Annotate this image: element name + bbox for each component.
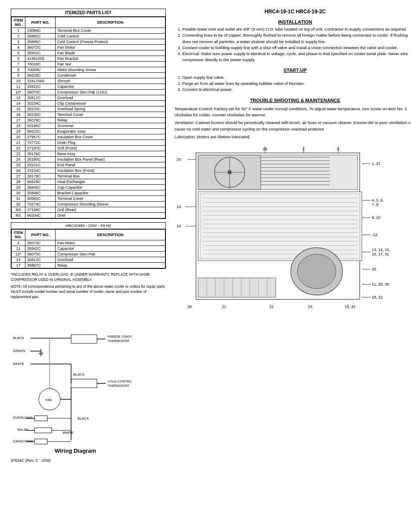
table-row: 1330812COverload	[12, 95, 165, 101]
table-row: NS27198CGrill (Rear)	[12, 207, 165, 213]
wire-white2: WHITE	[62, 431, 74, 435]
label-22-bot: 22	[269, 305, 274, 309]
table-row: 436072CFan Motor	[12, 45, 165, 50]
table-row: 3130560CTerminal Cover	[12, 196, 165, 202]
relay-label: RELAY	[17, 428, 28, 432]
thermostat1-label: THERMOSTAT	[108, 339, 130, 343]
wiring-title: Wiring Diagram	[11, 448, 140, 454]
small-col-header-part: PART NO.	[25, 230, 56, 240]
table-row: NS66204CDrier	[12, 213, 165, 218]
col-header-item: ITEMNO.	[12, 17, 25, 28]
installation-title: INSTALLATION	[174, 19, 411, 25]
small-col-header-desc: DESCRIPTION	[56, 230, 165, 240]
label-20: 20	[177, 157, 181, 162]
wiring-diagram-svg: BLACK GREEN WHITE FREEZE	[11, 324, 131, 445]
label-9-10: 9, 10	[372, 215, 380, 220]
col-header-part: PART NO.	[25, 17, 56, 28]
table-row: 641991000Fan Bracket	[12, 56, 165, 62]
label-23-bot: 23	[308, 305, 312, 309]
bottom-section: BLACK GREEN WHITE FREEZE	[11, 324, 400, 454]
startup-list: Open supply line valve. Purge air from a…	[174, 75, 411, 93]
table-row: 12*36075CCompressor Serv Pak	[12, 252, 165, 257]
label-11-30: 11, 29, 30	[372, 282, 389, 286]
thermostat2-label: THERMOSTAT	[108, 384, 130, 388]
small-col-header-item: ITEMNO.	[12, 230, 25, 240]
label-3: 3	[337, 147, 339, 151]
parts-table-title: ITEMIZED PARTS LIST	[11, 9, 165, 17]
table-row: 1135921CCapacitor	[12, 84, 165, 90]
wiring-diagram: BLACK GREEN WHITE FREEZE	[11, 324, 140, 454]
table-row: 2523101CEnd Panel	[12, 162, 165, 168]
svg-text:7, 8: 7, 8	[372, 202, 378, 207]
startup-item-1: Open supply line valve.	[182, 75, 411, 81]
lubrication-text: Lubrication: Motors are lifetime lubrica…	[174, 134, 411, 140]
label-25: 25	[372, 267, 376, 271]
temp-control-text: Temperature Control: Factory set for 50°…	[174, 106, 411, 118]
trouble-title: TROUBLE SHOOTING & MAINTENANCE	[174, 97, 411, 104]
svg-rect-66	[71, 335, 97, 343]
svg-rect-16	[198, 192, 362, 261]
label-2: 2	[302, 147, 305, 151]
notes-section: *INCLUDES RELAY & OVERLOAD. IF UNDER WAR…	[11, 272, 166, 299]
small-table-title: HRC41950 - 220V - 50 HZ	[11, 223, 165, 229]
label-18-32-bot: 18, 32	[345, 305, 355, 309]
svg-rect-34	[198, 278, 276, 297]
label-19: 19	[177, 224, 181, 228]
table-row: 12*36074CCompressor Serv Pak (115v)	[12, 90, 165, 95]
col-header-desc: DESCRIPTION	[56, 17, 165, 28]
table-row: 1735867CRelay	[12, 263, 165, 268]
svg-rect-80	[34, 439, 47, 444]
label-1-27: 1, 27	[372, 162, 380, 166]
table-row: 2027957CInsulation Box Cover	[12, 134, 165, 140]
exploded-diagram: 20 28 2 3 1, 27 4, 5, 6, 7, 8	[174, 144, 411, 317]
table-row: 1530233COverload Spring	[12, 106, 165, 112]
table-row: 1966625CEvaporator Assy	[12, 129, 165, 134]
table-row: 770018CFan Nut	[12, 62, 165, 67]
table-row: 2935845CCap-Capacitor	[12, 185, 165, 190]
table-row: 966628CCondenser	[12, 73, 165, 78]
top-section: ITEMIZED PARTS LIST ITEMNO. PART NO. DES…	[11, 9, 400, 317]
footer-text: 97634C (Rev. C - 2/04)	[11, 458, 50, 463]
table-row: 2328176CBase Assy	[12, 151, 165, 157]
table-row: 1032817000Shroud	[12, 78, 165, 84]
label-21-bot: 21	[222, 305, 226, 309]
install-item-3: Connect cooler to building supply line w…	[182, 45, 411, 51]
table-row: 1736079CRelay	[12, 118, 165, 123]
table-row: 1430234CClip Compressor	[12, 101, 165, 106]
left-column: ITEMIZED PARTS LIST ITEMNO. PART NO. DES…	[11, 9, 166, 317]
svg-rect-78	[34, 428, 52, 433]
table-row: 335895CCold Control (Freeze Protect)	[12, 39, 165, 45]
label-12: -12	[372, 233, 377, 237]
startup-title: START-UP	[174, 68, 411, 73]
footer: 97634C (Rev. C - 2/04)	[11, 458, 400, 463]
table-row: 1135942CCapacitor	[12, 246, 165, 252]
svg-rect-68	[71, 379, 97, 388]
installation-section: INSTALLATION Potable water inlet and out…	[174, 19, 411, 63]
table-row: 2866629CHeat Exchanger	[12, 179, 165, 185]
table-row: 1630235CTerminal Cover	[12, 112, 165, 118]
exploded-diagram-svg: 20 28 2 3 1, 27 4, 5, 6, 7, 8	[174, 144, 411, 317]
general-note: NOTE: All correspondence pertaining to a…	[11, 284, 166, 300]
parts-table-container: ITEMIZED PARTS LIST ITEMNO. PART NO. DES…	[11, 9, 166, 219]
table-row: 436073CFan Motor	[12, 240, 165, 246]
table-row: 2227197CGrill (Front)	[12, 146, 165, 151]
svg-rect-76	[34, 416, 47, 421]
label-28: 28	[263, 147, 267, 151]
install-item-1: Potable water inlet and outlet are 3/8" …	[182, 26, 411, 32]
startup-section: START-UP Open supply line valve. Purge a…	[174, 68, 411, 93]
model-title: HRC4-19-1C HRC4-19-2C	[265, 9, 326, 15]
table-row: 3270274CCompressor Mounting Sleeve	[12, 202, 165, 207]
wire-black1: BLACK	[13, 336, 25, 340]
table-row: 870009CMotor Mounting Screw	[12, 67, 165, 73]
install-item-4: Electrical: Make sure power supply is id…	[182, 51, 411, 63]
wire-green: GREEN	[13, 349, 25, 353]
fan-label: FAN	[45, 398, 52, 402]
installation-list: Potable water inlet and outlet are 3/8" …	[174, 26, 411, 63]
wire-black3: BLACK	[78, 417, 89, 420]
table-row: 2428180CInsulation Box Panel (Rear)	[12, 157, 165, 162]
model-header: HRC4-19-1C HRC4-19-2C	[174, 9, 411, 15]
wire-black2: BLACK	[73, 373, 85, 376]
ventilation-text: Ventilation: Cabinet louvers should be p…	[174, 120, 411, 132]
startup-item-3: Connect to electrical power.	[182, 87, 411, 93]
troubleshooting-section: TROUBLE SHOOTING & MAINTENANCE Temperatu…	[174, 97, 411, 140]
